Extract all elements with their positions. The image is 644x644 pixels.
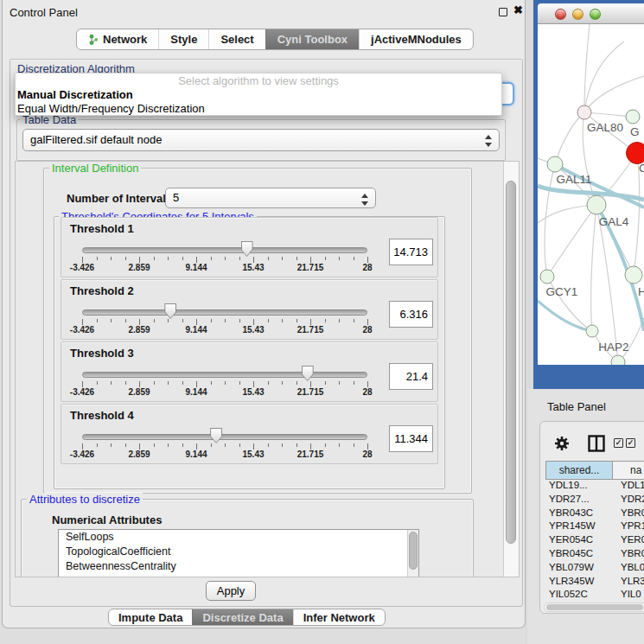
table-row[interactable]: YBR043CYBR0 (545, 507, 644, 521)
network-node-c[interactable] (627, 143, 644, 164)
network-edge[interactable] (584, 76, 644, 112)
network-node-gal80[interactable] (577, 105, 591, 119)
tab-label: Style (170, 33, 197, 46)
slider-tick-label: -3.426 (70, 450, 94, 459)
threshold-value-field[interactable]: 14.713 (389, 239, 433, 265)
attributes-list-scrollbar[interactable] (407, 530, 418, 577)
cell-shared-name: YBR043C (545, 507, 613, 521)
table-data-combobox[interactable]: galFiltered.sif default node (22, 129, 500, 151)
network-edge[interactable] (547, 205, 596, 277)
gear-icon[interactable] (554, 436, 570, 451)
close-traffic-light-icon[interactable] (555, 9, 566, 20)
threshold-value-field[interactable]: 21.4 (389, 363, 433, 390)
table-row[interactable]: YLR345WYLR3 (545, 576, 644, 590)
viewport-scrollbar-thumb[interactable] (506, 181, 516, 544)
split-columns-icon[interactable] (588, 435, 605, 452)
tab-jactivemnodules[interactable]: jActiveMNodules (359, 29, 473, 49)
slider-track[interactable] (82, 309, 367, 316)
algorithm-option[interactable]: Manual Discretization (16, 88, 501, 102)
network-canvas[interactable]: GAL80GCGAL11GAL4GCY1HHAP2 (538, 24, 644, 365)
network-window-titlebar (538, 3, 644, 24)
slider-tick (268, 319, 269, 322)
slider-thumb[interactable] (302, 366, 314, 381)
table-row[interactable]: YIL052CYIL0 (545, 589, 644, 602)
checkbox-icon[interactable]: ✓ (626, 438, 635, 448)
network-edge[interactable] (555, 112, 584, 164)
table-row[interactable]: YBL079WYBL0 (545, 562, 644, 576)
slider-tick (310, 381, 311, 387)
attribute-list-item[interactable]: TopologicalCoefficient (59, 545, 418, 559)
network-node-g[interactable] (626, 110, 640, 124)
tab-style[interactable]: Style (158, 29, 208, 49)
slider-tick (139, 381, 140, 387)
tab-select[interactable]: Select (208, 29, 265, 49)
network-edge-highlighted[interactable] (538, 301, 592, 331)
table-scrollbar-thumb[interactable] (546, 604, 643, 610)
cell-shared-name: YLR345W (545, 576, 613, 590)
slider-thumb[interactable] (241, 241, 253, 257)
network-edge[interactable] (584, 41, 624, 112)
attribute-list-item[interactable]: SelfLoops (59, 530, 418, 545)
column-header-name[interactable]: na (613, 461, 644, 480)
attributes-list-scrollbar-thumb[interactable] (409, 532, 418, 570)
threshold-value-field[interactable]: 6.316 (389, 301, 433, 328)
slider-thumb[interactable] (164, 303, 176, 319)
table-row[interactable]: YDR27...YDR2 (545, 494, 644, 507)
column-header-shared-name[interactable]: shared... (545, 461, 613, 480)
slider-thumb-face (211, 429, 221, 443)
slider-track[interactable] (82, 247, 367, 253)
slider-tick (282, 257, 283, 260)
slider-tick (310, 319, 311, 325)
table-row[interactable]: YDL19...YDL1 (545, 480, 644, 494)
table-row[interactable]: YBR045CYBR0 (545, 548, 644, 562)
table-row[interactable]: YPR145WYPR1 (545, 520, 644, 534)
slider-tick (239, 319, 240, 322)
algorithm-placeholder-option[interactable]: Select algorithm to view settings (16, 73, 501, 88)
slider-track[interactable] (82, 434, 367, 440)
slider-tick (296, 319, 297, 322)
network-node[interactable] (611, 355, 625, 365)
slider-tick (325, 319, 326, 322)
tab-impute-data[interactable]: Impute Data (109, 609, 192, 625)
network-node-hap2[interactable] (586, 325, 598, 337)
close-icon[interactable]: ✖ (513, 3, 523, 16)
slider-tick (339, 381, 340, 385)
table-horizontal-scrollbar[interactable] (544, 603, 644, 612)
network-edge[interactable] (591, 205, 596, 331)
slider-tick (325, 443, 326, 447)
table-row[interactable]: YER054CYER0 (545, 534, 644, 548)
slider-tick (339, 319, 340, 322)
zoom-traffic-light-icon[interactable] (590, 9, 601, 20)
slider-track[interactable] (82, 372, 367, 378)
minimize-traffic-light-icon[interactable] (572, 9, 583, 20)
number-of-intervals-combobox[interactable]: 5 (165, 188, 376, 208)
slider-tick (325, 381, 326, 385)
slider-tick (282, 381, 283, 385)
tab-infer-network[interactable]: Infer Network (293, 609, 385, 625)
network-node-gcy1[interactable] (540, 270, 554, 284)
threshold-value-field[interactable]: 11.344 (389, 425, 433, 452)
tab-cyni-toolbox[interactable]: Cyni Toolbox (265, 29, 359, 49)
viewport-vertical-scrollbar[interactable] (503, 162, 519, 577)
tab-network[interactable]: Network (77, 29, 158, 49)
network-node-h[interactable] (625, 266, 642, 284)
checkbox-icon[interactable]: ✓ (614, 438, 623, 448)
algorithm-option[interactable]: Equal Width/Frequency Discretization (16, 102, 501, 116)
tab-discretize-data[interactable]: Discretize Data (192, 609, 292, 625)
network-node-gal4[interactable] (587, 195, 606, 214)
network-edge[interactable] (596, 205, 618, 362)
algorithm-dropdown-popup: Select algorithm to view settings Manual… (15, 73, 502, 116)
slider-tick (310, 443, 311, 450)
attribute-list-item[interactable]: BetweennessCentrality (59, 559, 418, 574)
tab-label: Impute Data (118, 611, 182, 624)
slider-thumb-face (303, 367, 313, 380)
network-edge[interactable] (545, 164, 555, 277)
apply-button[interactable]: Apply (206, 581, 256, 601)
slider-tick (182, 319, 183, 322)
numerical-attributes-list[interactable]: SelfLoopsTopologicalCoefficientBetweenne… (58, 529, 419, 577)
network-icon (88, 34, 99, 46)
slider-thumb[interactable] (210, 428, 222, 443)
float-window-icon[interactable] (499, 8, 507, 16)
network-node-gal11[interactable] (547, 156, 563, 172)
cell-name: YER0 (613, 534, 644, 548)
